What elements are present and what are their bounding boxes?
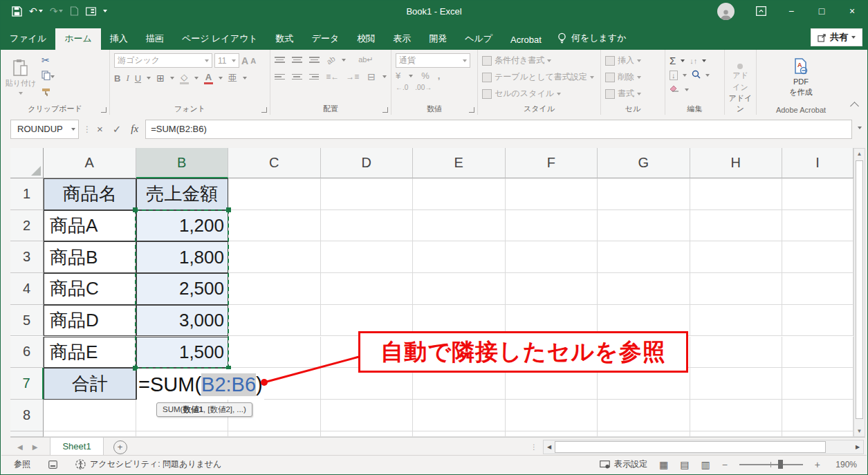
cell-A8[interactable] <box>44 400 136 431</box>
autosum-button[interactable]: Σ <box>670 55 676 66</box>
cell-I4[interactable] <box>782 273 853 305</box>
cell-E2[interactable] <box>413 210 506 242</box>
orientation-chevron-icon[interactable] <box>342 59 346 64</box>
font-name-select[interactable]: 游ゴシック <box>114 53 212 68</box>
align-center-icon[interactable] <box>292 74 302 80</box>
cell-B6[interactable]: 1,500 <box>136 337 229 369</box>
row-header-5[interactable]: 5 <box>10 305 44 337</box>
clear-button[interactable] <box>670 84 679 95</box>
save-button[interactable] <box>12 6 22 17</box>
accessibility-status[interactable]: アクセシビリティ: 問題ありません <box>75 458 221 470</box>
cell-B1[interactable]: 売上金額 <box>136 178 229 210</box>
number-dialog-launcher[interactable] <box>469 107 474 113</box>
formula-bar-splitter[interactable]: ⋮ <box>83 124 91 134</box>
tab-home[interactable]: ホーム <box>55 28 101 50</box>
cell-F4[interactable] <box>506 273 598 305</box>
redo-button[interactable]: ↷ <box>50 6 64 17</box>
cell-styles-button[interactable]: セルのスタイル <box>482 88 596 100</box>
cell-H4[interactable] <box>690 273 783 305</box>
column-header-I[interactable]: I <box>782 148 853 178</box>
minimize-button[interactable]: − <box>776 1 806 21</box>
conditional-formatting-button[interactable]: 条件付き書式 <box>482 55 596 66</box>
maximize-button[interactable]: □ <box>806 1 837 21</box>
tab-file[interactable]: ファイル <box>1 28 55 50</box>
zoom-slider[interactable] <box>739 464 803 465</box>
row-header-7[interactable]: 7 <box>10 368 44 400</box>
view-page-break-button[interactable]: ▥ <box>701 459 710 470</box>
grow-font-button[interactable]: A <box>241 55 248 66</box>
vertical-scrollbar[interactable]: ▲ ▼ <box>853 148 865 437</box>
tab-insert[interactable]: 挿入 <box>101 28 137 50</box>
cell-D8[interactable] <box>321 400 414 431</box>
fill-chevron-icon[interactable] <box>683 74 687 79</box>
row-header-3[interactable]: 3 <box>10 241 44 273</box>
account-avatar[interactable] <box>717 3 735 20</box>
cell-H6[interactable] <box>690 337 783 369</box>
column-header-F[interactable]: F <box>506 148 598 178</box>
collapse-ribbon-button[interactable] <box>850 102 859 111</box>
scroll-down-icon[interactable]: ▼ <box>854 428 865 434</box>
zoom-slider-thumb[interactable] <box>778 460 783 469</box>
formula-in-cell[interactable]: =SUM(B2:B6) <box>137 369 264 400</box>
view-settings-button[interactable]: 表示設定 <box>600 458 647 470</box>
merge-chevron-icon[interactable] <box>382 75 387 80</box>
tab-acrobat[interactable]: Acrobat <box>501 30 551 50</box>
cell-A7[interactable]: 合計 <box>44 368 136 400</box>
scroll-right-icon[interactable]: ▶ <box>852 444 863 450</box>
addins-button[interactable]: アドイン <box>732 64 748 93</box>
view-normal-button[interactable]: ▦ <box>659 459 668 470</box>
align-bottom-icon[interactable] <box>309 57 320 63</box>
column-header-D[interactable]: D <box>321 148 414 178</box>
cell-A4[interactable]: 商品C <box>44 273 136 305</box>
cell-G7[interactable] <box>598 368 690 400</box>
horizontal-scroll-thumb[interactable] <box>555 441 826 453</box>
fill-color-button[interactable]: ◇ <box>180 73 189 84</box>
cell-C4[interactable] <box>228 273 321 305</box>
cell-E9[interactable] <box>413 431 506 437</box>
insert-function-button[interactable]: fx <box>131 123 138 135</box>
formula-bar-expand-icon[interactable] <box>858 127 862 131</box>
number-format-select[interactable]: 通貨 <box>396 53 470 68</box>
italic-button[interactable]: I <box>126 73 129 84</box>
cell-E7[interactable] <box>413 368 506 400</box>
column-header-E[interactable]: E <box>413 148 506 178</box>
row-header-2[interactable]: 2 <box>10 210 44 242</box>
underline-chevron-icon[interactable] <box>147 77 151 82</box>
cell-B2[interactable]: 1,200 <box>136 210 229 242</box>
font-size-select[interactable]: 11 <box>214 53 239 68</box>
cell-C5[interactable] <box>228 305 321 337</box>
cell-H1[interactable] <box>690 178 783 210</box>
cell-D4[interactable] <box>321 273 414 305</box>
share-button[interactable]: 共有 <box>811 28 862 46</box>
cell-E8[interactable] <box>413 400 506 431</box>
cell-G3[interactable] <box>598 241 690 273</box>
row-header-8[interactable]: 8 <box>10 400 44 431</box>
column-header-C[interactable]: C <box>228 148 321 178</box>
accounting-chevron-icon[interactable] <box>409 75 413 80</box>
scroll-left-icon[interactable]: ◀ <box>544 444 555 450</box>
format-cells-button[interactable]: 書式 <box>605 88 661 100</box>
column-header-B[interactable]: B <box>136 148 229 178</box>
tab-help[interactable]: ヘルプ <box>456 28 501 50</box>
formula-input[interactable]: =SUM(B2:B6) <box>145 120 852 139</box>
comma-style-button[interactable]: , <box>438 71 441 81</box>
range-handle[interactable] <box>133 207 138 212</box>
cell-H3[interactable] <box>690 241 783 273</box>
cell-B3[interactable]: 1,800 <box>136 241 229 273</box>
cell-A1[interactable]: 商品名 <box>44 178 136 210</box>
cell-E1[interactable] <box>413 178 506 210</box>
tab-developer[interactable]: 開発 <box>420 28 456 50</box>
format-as-table-button[interactable]: テーブルとして書式設定 <box>482 71 596 83</box>
cell-H2[interactable] <box>690 210 783 242</box>
cell-I6[interactable] <box>782 337 853 369</box>
clipboard-dialog-launcher[interactable] <box>101 107 107 113</box>
autosum-chevron-icon[interactable] <box>681 59 685 64</box>
wrap-text-button[interactable]: ab↵ <box>358 55 373 64</box>
ribbon-display-options-button[interactable] <box>746 1 776 21</box>
column-header-A[interactable]: A <box>44 148 136 178</box>
tab-review[interactable]: 校閲 <box>348 28 384 50</box>
cell-A9[interactable] <box>44 431 136 437</box>
cell-H9[interactable] <box>690 431 783 437</box>
copy-button[interactable] <box>41 71 55 83</box>
bold-button[interactable]: B <box>114 73 120 84</box>
